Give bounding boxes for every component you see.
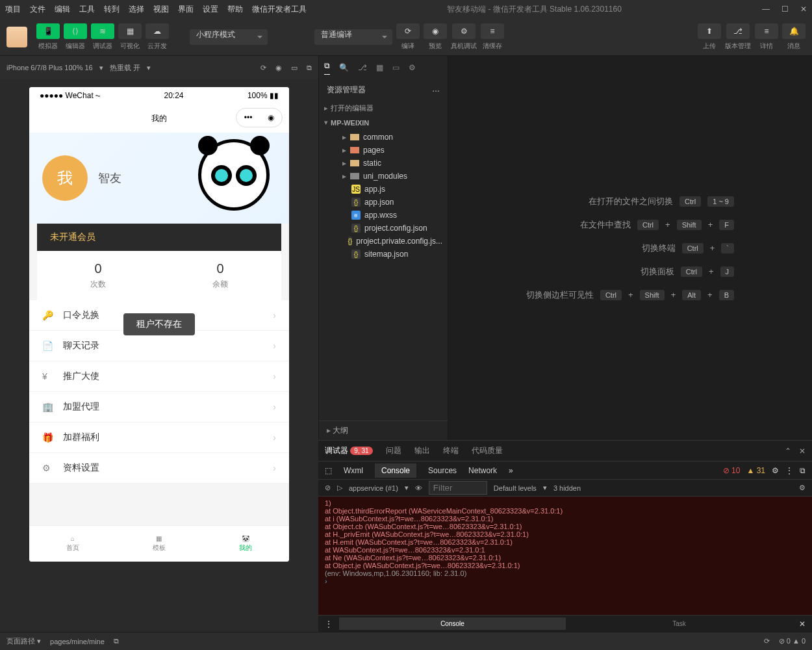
device-select[interactable]: iPhone 6/7/8 Plus 100% 16 xyxy=(6,64,93,72)
play-icon[interactable]: ▷ xyxy=(337,484,342,492)
copy-route-icon[interactable]: ⧉ xyxy=(114,637,119,645)
debug-tab-icon[interactable]: ▭ xyxy=(392,63,400,72)
footer-close-icon[interactable]: ✕ xyxy=(793,619,812,629)
tree-folder-uni-modules[interactable]: uni_modules xyxy=(319,170,448,183)
counter-balance[interactable]: 0余额 xyxy=(159,261,281,290)
outline-section[interactable]: 大纲 xyxy=(319,421,448,440)
footer-tab-console[interactable]: Console xyxy=(339,618,566,630)
route-label[interactable]: 页面路径 ▾ xyxy=(6,636,41,646)
clear-cache-button[interactable]: ≡清缓存 xyxy=(481,23,504,51)
hero-avatar[interactable]: 我 xyxy=(42,155,88,201)
tree-folder-static[interactable]: static xyxy=(319,157,448,170)
menu-profile-settings[interactable]: ⚙资料设置› xyxy=(29,453,289,484)
simulator-button[interactable]: 📱模拟器 xyxy=(36,23,60,51)
editor-button[interactable]: ⟨⟩编辑器 xyxy=(64,23,87,51)
tree-folder-pages[interactable]: pages xyxy=(319,144,448,157)
mode-select[interactable]: 小程序模式 xyxy=(190,29,268,45)
menu-wechat-devtools[interactable]: 微信开发者工具 xyxy=(252,4,307,15)
clear-console-icon[interactable]: ⊘ xyxy=(325,484,331,492)
filter-input[interactable] xyxy=(429,481,487,495)
cloud-button[interactable]: ☁云开发 xyxy=(146,23,169,51)
footer-tab-task[interactable]: Task xyxy=(566,618,793,630)
drawer-toggle-icon[interactable]: ⋮ xyxy=(318,619,339,629)
minimize-icon[interactable]: — xyxy=(762,5,770,14)
menu-edit[interactable]: 编辑 xyxy=(55,4,70,15)
devtab-more-icon[interactable]: » xyxy=(509,466,513,475)
project-section[interactable]: MP-WEIXIN xyxy=(319,116,448,129)
tree-file-app-js[interactable]: JSapp.js xyxy=(319,183,448,196)
compile-button[interactable]: ⟳编译 xyxy=(396,23,420,51)
error-count[interactable]: ⊘ 10 xyxy=(723,466,741,475)
extensions-tab-icon[interactable]: ▦ xyxy=(376,63,383,72)
search-tab-icon[interactable]: 🔍 xyxy=(339,63,349,72)
menu-franchise[interactable]: 🏢加盟代理› xyxy=(29,392,289,422)
tree-file-sitemap[interactable]: {}sitemap.json xyxy=(319,248,448,261)
hot-reload[interactable]: 热重载 开 xyxy=(110,63,140,73)
tab-problems[interactable]: 问题 xyxy=(386,445,401,456)
record-icon[interactable]: ◉ xyxy=(275,64,282,72)
tab-templates[interactable]: ▦模板 xyxy=(116,526,202,562)
refresh-icon[interactable]: ⟳ xyxy=(260,64,266,72)
menu-promoter[interactable]: ¥推广大使› xyxy=(29,361,289,392)
sync-icon[interactable]: ⟳ xyxy=(764,637,770,645)
tab-mine[interactable]: 🐼我的 xyxy=(203,526,289,562)
version-button[interactable]: ⎇版本管理 xyxy=(725,23,751,51)
menu-interface[interactable]: 界面 xyxy=(178,4,194,15)
preview-button[interactable]: ◉预览 xyxy=(424,23,447,51)
menu-select[interactable]: 选择 xyxy=(129,4,144,15)
kebab-icon[interactable]: ⋮ xyxy=(785,466,793,475)
gear-icon[interactable]: ⚙ xyxy=(772,466,779,475)
menu-chat-history[interactable]: 📄聊天记录› xyxy=(29,331,289,361)
hidden-count[interactable]: 3 hidden xyxy=(553,484,581,492)
route-path[interactable]: pages/mine/mine xyxy=(50,638,105,645)
settings-icon[interactable]: ⚙ xyxy=(799,484,806,492)
messages-button[interactable]: 🔔消息 xyxy=(782,23,806,51)
open-editors-section[interactable]: 打开的编辑器 xyxy=(319,101,448,116)
device-icon[interactable]: ▭ xyxy=(291,64,298,72)
tree-file-app-wxss[interactable]: ≡app.wxss xyxy=(319,209,448,222)
tree-file-app-json[interactable]: {}app.json xyxy=(319,196,448,209)
debugger-button[interactable]: ≋调试器 xyxy=(91,23,114,51)
tree-file-project-private[interactable]: {}project.private.config.js... xyxy=(319,235,448,248)
explorer-tab-icon[interactable]: ⧉ xyxy=(324,61,330,75)
copy-icon[interactable]: ⧉ xyxy=(307,64,312,72)
context-select[interactable]: appservice (#1) xyxy=(349,484,398,492)
close-icon[interactable]: ✕ xyxy=(800,5,807,14)
details-button[interactable]: ≡详情 xyxy=(755,23,778,51)
tree-file-project-config[interactable]: {}project.config.json xyxy=(319,222,448,235)
tab-output[interactable]: 输出 xyxy=(414,445,430,456)
menu-settings[interactable]: 设置 xyxy=(203,4,218,15)
devtab-sources[interactable]: Sources xyxy=(428,466,457,475)
tab-debugger[interactable]: 调试器 9, 31 xyxy=(325,445,373,456)
menu-goto[interactable]: 转到 xyxy=(104,4,120,15)
eye-icon[interactable]: 👁 xyxy=(415,484,422,492)
explorer-more-icon[interactable]: … xyxy=(432,84,440,96)
status-errors[interactable]: ⊘ 0 ▲ 0 xyxy=(779,637,806,645)
menu-help[interactable]: 帮助 xyxy=(227,4,243,15)
compile-select[interactable]: 普通编译 xyxy=(314,29,392,45)
visual-button[interactable]: ▦可视化 xyxy=(118,23,142,51)
tab-home[interactable]: ⌂首页 xyxy=(29,526,116,562)
remote-debug-button[interactable]: ⚙真机调试 xyxy=(451,23,477,51)
tree-folder-common[interactable]: common xyxy=(319,131,448,144)
tab-terminal[interactable]: 终端 xyxy=(443,445,459,456)
misc-tab-icon[interactable]: ⚙ xyxy=(409,63,416,72)
devtab-console[interactable]: Console xyxy=(375,463,416,478)
inspect-icon[interactable]: ⬚ xyxy=(325,466,332,475)
devtab-wxml[interactable]: Wxml xyxy=(344,466,363,475)
devtab-network[interactable]: Network xyxy=(468,466,497,475)
menu-tools[interactable]: 工具 xyxy=(79,4,95,15)
warn-count[interactable]: ▲ 31 xyxy=(746,466,765,475)
capsule-button[interactable]: •••◉ xyxy=(236,108,283,127)
upload-button[interactable]: ⬆上传 xyxy=(698,23,721,51)
tab-code-quality[interactable]: 代码质量 xyxy=(472,445,503,456)
vip-banner[interactable]: 未开通会员 xyxy=(37,224,281,251)
user-avatar[interactable] xyxy=(6,27,27,47)
git-tab-icon[interactable]: ⎇ xyxy=(358,63,367,72)
menu-project[interactable]: 项目 xyxy=(5,4,21,15)
levels-select[interactable]: Default levels xyxy=(494,484,537,492)
console-output[interactable]: 1) at Object.thirdErrorReport (WAService… xyxy=(318,497,812,615)
collapse-icon[interactable]: ⌃ xyxy=(785,447,791,456)
counter-times[interactable]: 0次数 xyxy=(37,261,159,290)
menu-file[interactable]: 文件 xyxy=(30,4,45,15)
